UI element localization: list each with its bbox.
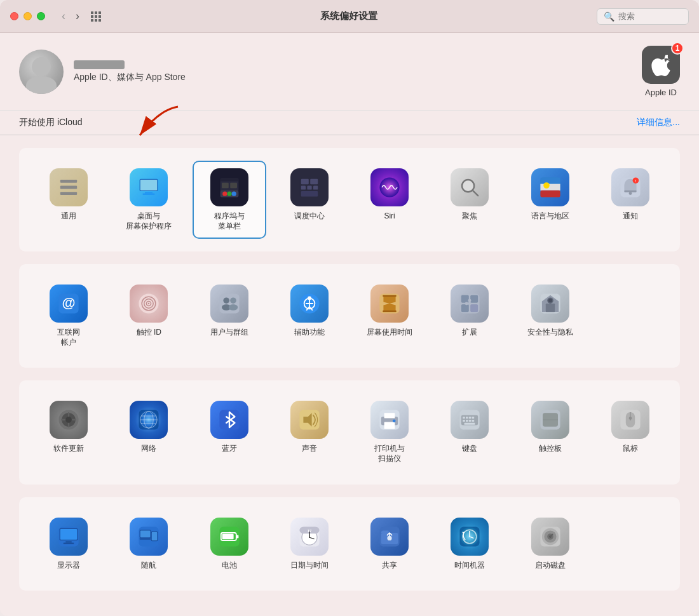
pref-general[interactable]: 通用: [32, 161, 105, 239]
pref-siri[interactable]: Siri: [353, 161, 426, 239]
battery-icon: [210, 518, 248, 556]
settings-section-1: 通用 桌面与屏幕保护程序: [19, 148, 680, 251]
siri-icon: [370, 168, 409, 206]
pref-mission[interactable]: 调度中心: [273, 161, 346, 239]
keyboard-icon: [451, 401, 489, 439]
svg-rect-96: [463, 417, 466, 419]
display-label: 显示器: [57, 561, 80, 571]
svg-point-43: [148, 303, 149, 304]
svg-point-47: [230, 298, 236, 304]
grid-dot: [91, 19, 93, 22]
touchid-label: 触控 ID: [137, 328, 161, 338]
mouse-label: 鼠标: [623, 444, 638, 454]
forward-button[interactable]: ›: [72, 8, 83, 24]
pref-sound[interactable]: 声音: [273, 393, 346, 471]
pref-spotlight[interactable]: 聚焦: [433, 161, 506, 239]
pref-security[interactable]: 安全性与隐私: [513, 277, 587, 355]
avatar-head: [32, 57, 51, 76]
pref-software[interactable]: 软件更新: [32, 393, 105, 471]
maximize-button[interactable]: [37, 12, 45, 20]
svg-rect-5: [140, 180, 157, 191]
icon-grid-3: 软件更新: [32, 393, 667, 471]
datetime-icon: 17: [290, 518, 329, 556]
sidecar-icon: [130, 518, 168, 556]
pref-printer[interactable]: 打印机与扫描仪: [353, 393, 426, 471]
bluetooth-icon: [210, 401, 248, 439]
svg-rect-66: [465, 302, 468, 305]
svg-rect-76: [68, 412, 69, 417]
accessibility-label: 辅助功能: [294, 328, 325, 338]
icloud-label: 开始使用 iCloud: [19, 117, 83, 128]
svg-marker-57: [384, 296, 396, 304]
avatar[interactable]: [19, 50, 64, 94]
pref-screentime[interactable]: 屏幕使用时间: [353, 277, 426, 355]
svg-rect-102: [469, 420, 472, 422]
svg-rect-15: [222, 183, 229, 188]
search-box[interactable]: 🔍: [597, 8, 689, 25]
svg-rect-92: [384, 422, 395, 429]
svg-rect-44: [219, 294, 239, 314]
svg-rect-62: [461, 295, 469, 303]
settings-section-3: 软件更新: [19, 380, 680, 484]
pref-network[interactable]: 网络: [112, 393, 186, 471]
close-button[interactable]: [10, 12, 18, 20]
touchid-icon: [130, 285, 168, 323]
pref-mouse[interactable]: 鼠标: [594, 393, 667, 471]
pref-battery[interactable]: 电池: [193, 510, 266, 579]
svg-rect-98: [469, 417, 472, 419]
svg-point-75: [65, 417, 72, 424]
icloud-section: 开始使用 iCloud 详细信息...: [0, 110, 699, 135]
pref-language[interactable]: 语言与地区: [513, 161, 587, 239]
pref-touchid[interactable]: 触控 ID: [112, 277, 186, 355]
icloud-details-link[interactable]: 详细信息...: [637, 117, 680, 128]
svg-rect-125: [236, 535, 238, 538]
svg-rect-99: [472, 417, 475, 419]
general-icon: [50, 168, 88, 206]
pref-datetime[interactable]: 17 日期与时间: [273, 510, 346, 579]
apple-id-button[interactable]: 1 Apple ID: [642, 46, 680, 97]
pref-display[interactable]: 显示器: [32, 510, 105, 579]
users-icon: [210, 285, 248, 323]
mission-icon: [290, 168, 329, 206]
svg-rect-103: [472, 420, 475, 422]
back-button[interactable]: ‹: [58, 8, 69, 24]
pref-startup[interactable]: 启动磁盘: [513, 510, 587, 579]
pref-dock[interactable]: 程序坞与菜单栏: [193, 161, 266, 239]
svg-rect-19: [310, 179, 318, 184]
pref-sidecar[interactable]: 随航: [112, 510, 186, 579]
startup-icon: [531, 518, 569, 556]
svg-rect-63: [471, 295, 478, 303]
pref-accessibility[interactable]: 辅助功能: [273, 277, 346, 355]
svg-rect-115: [65, 541, 72, 542]
pref-bluetooth[interactable]: 蓝牙: [193, 393, 266, 471]
svg-point-12: [227, 192, 231, 196]
screentime-label: 屏幕使用时间: [367, 328, 412, 338]
window-title: 系统偏好设置: [101, 10, 597, 22]
grid-view-button[interactable]: [91, 11, 101, 22]
general-label: 通用: [61, 211, 76, 222]
pref-trackpad[interactable]: 触控板: [513, 393, 587, 471]
svg-rect-122: [152, 532, 157, 540]
svg-rect-64: [461, 304, 469, 312]
sound-icon: [290, 401, 329, 439]
pref-timemachine[interactable]: 时间机器: [433, 510, 506, 579]
pref-internet[interactable]: @ 互联网帐户: [32, 277, 105, 355]
svg-rect-16: [230, 183, 237, 188]
traffic-lights: [10, 12, 45, 20]
pref-extensions[interactable]: 扩展: [433, 277, 506, 355]
svg-rect-21: [307, 186, 311, 190]
pref-sharing[interactable]: 共享: [353, 510, 426, 579]
svg-point-135: [388, 535, 392, 540]
profile-subtitle[interactable]: Apple ID、媒体与 App Store: [74, 72, 186, 83]
pref-keyboard[interactable]: 键盘: [433, 393, 506, 471]
search-input[interactable]: [618, 11, 682, 21]
extensions-label: 扩展: [462, 328, 477, 338]
pref-notification[interactable]: ! 通知: [594, 161, 667, 239]
svg-point-111: [628, 417, 632, 420]
pref-desktop[interactable]: 桌面与屏幕保护程序: [112, 161, 186, 239]
svg-text:!: !: [635, 179, 636, 183]
minimize-button[interactable]: [24, 12, 32, 20]
sharing-label: 共享: [382, 561, 397, 571]
software-label: 软件更新: [53, 444, 84, 454]
pref-users[interactable]: 用户与群组: [193, 277, 266, 355]
